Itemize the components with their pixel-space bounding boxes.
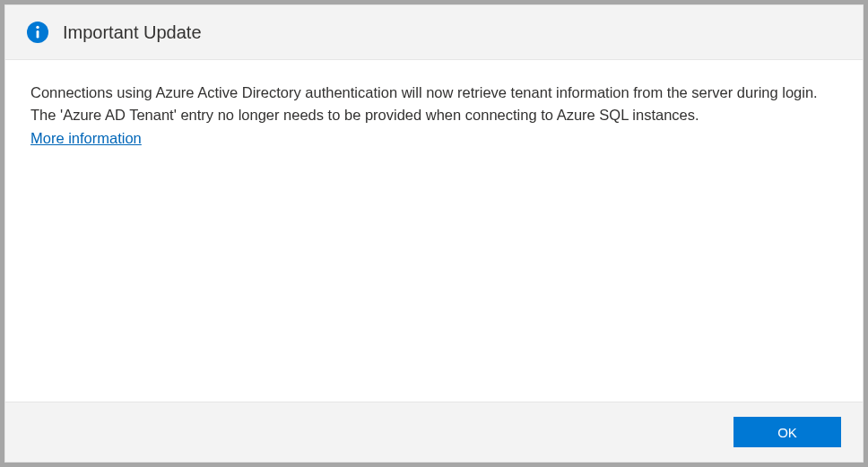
dialog-title: Important Update xyxy=(63,22,202,43)
info-icon xyxy=(27,22,48,43)
dialog-footer: OK xyxy=(5,402,863,462)
dialog-header: Important Update xyxy=(5,5,863,60)
svg-rect-1 xyxy=(37,30,39,39)
more-information-link[interactable]: More information xyxy=(30,130,142,147)
dialog-content: Connections using Azure Active Directory… xyxy=(5,60,863,402)
dialog: Important Update Connections using Azure… xyxy=(4,4,864,463)
svg-point-2 xyxy=(36,26,39,29)
dialog-message: Connections using Azure Active Directory… xyxy=(30,82,838,126)
ok-button[interactable]: OK xyxy=(733,417,841,447)
